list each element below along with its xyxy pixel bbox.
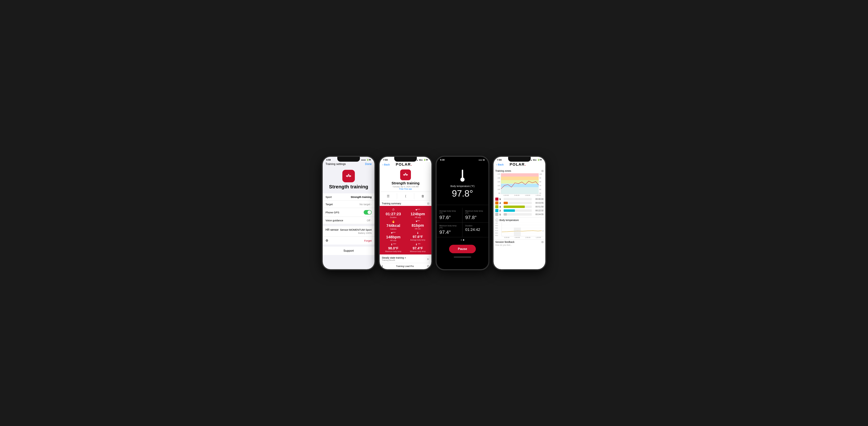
avg-body-temp-value: 97.6°F bbox=[413, 235, 423, 239]
expand-icon[interactable]: ⊡ bbox=[427, 202, 429, 205]
stats-grid: ⏱ 01:27:23 Duration ♥AVG 124bpm HR avg 🔥… bbox=[382, 208, 429, 252]
gear-icon: ⚙ bbox=[326, 239, 328, 242]
body-temp-section: ℹ Body temperature 100 99.0 98.0 97.0 96… bbox=[494, 217, 545, 239]
hr-min-value: 81bpm bbox=[412, 223, 424, 228]
avg-temp-item: Average body temp (°F) 97.6° bbox=[437, 208, 462, 223]
svg-rect-9 bbox=[407, 174, 408, 175]
avg-body-temp-label: Average body temp bbox=[410, 239, 425, 241]
notch bbox=[337, 157, 360, 162]
done-button[interactable]: Done bbox=[365, 163, 372, 166]
share-action-button[interactable]: ⟨ bbox=[397, 193, 414, 199]
sport-value: Strength training bbox=[351, 195, 372, 198]
y-90: 90 bbox=[539, 177, 541, 179]
expand-zones-icon[interactable]: ⊡ bbox=[541, 169, 544, 172]
dot-2 bbox=[463, 239, 464, 240]
max-body-temp-value: 98.0°F bbox=[388, 246, 398, 250]
phone-body-temp: 6:30 ●●● 82 Body temperature (°F) 97.8° bbox=[436, 156, 489, 270]
session-feedback-header: Session feedback ⊡ bbox=[495, 240, 544, 243]
back-button[interactable]: ‹ Back bbox=[496, 163, 504, 166]
workout-app: Polar Flow app bbox=[399, 188, 412, 190]
zones-list: 5 00:00:00 4 00:03:55 3 bbox=[494, 197, 545, 217]
min-temp-item: Minimum body temp (°F) 97.4° bbox=[437, 223, 462, 237]
list-action-button[interactable]: ☰ bbox=[380, 193, 397, 199]
zone2-bar-inner bbox=[504, 209, 515, 212]
expand-feedback-icon[interactable]: ⊡ bbox=[541, 240, 544, 243]
zone4-bar-outer bbox=[504, 202, 532, 204]
target-row[interactable]: Target No target › bbox=[323, 201, 374, 208]
svg-text:AVG: AVG bbox=[542, 230, 544, 232]
pause-button[interactable]: Pause bbox=[449, 245, 476, 253]
y-158: 158 bbox=[498, 177, 500, 179]
hr-sensor-label: HR sensor bbox=[326, 228, 339, 231]
session-feedback: Session feedback ⊡ How do you feel... bbox=[494, 239, 545, 247]
zone4-bar-inner bbox=[504, 202, 508, 204]
phone-polar-flow: 7:04 ▲ 5G● 🔋84 ‹ Back POLAR. bbox=[379, 156, 432, 270]
sport-row[interactable]: Sport Strength training bbox=[323, 193, 374, 201]
target-value: No target › bbox=[360, 203, 372, 206]
phone-training-settings: 4:59 ●●●● 🔋96 Training settings Done bbox=[322, 156, 375, 270]
battery-level: Battery 100% bbox=[358, 232, 372, 234]
y-140: 140 bbox=[498, 181, 500, 183]
x-10000: 1:00:00 bbox=[525, 194, 530, 196]
calories-value: 744kcal bbox=[386, 223, 400, 228]
benefit-title: Steady state training + bbox=[382, 256, 406, 259]
delete-action-button[interactable]: 🗑 bbox=[414, 193, 431, 199]
zone5-color bbox=[495, 198, 498, 201]
x-2000: 0:20:00 bbox=[504, 194, 509, 196]
sport-label: Sport bbox=[326, 195, 332, 198]
zone3-bar-outer bbox=[504, 205, 532, 208]
forget-button[interactable]: Forget bbox=[364, 239, 372, 242]
back-button[interactable]: ‹ Back bbox=[382, 163, 390, 166]
polar-logo: POLAR. bbox=[510, 162, 526, 167]
strength-training-icon bbox=[345, 172, 352, 179]
support-section[interactable]: Support bbox=[323, 247, 374, 255]
phone-gps-toggle[interactable] bbox=[364, 210, 372, 215]
benefit-arrow-icon: ▶ bbox=[427, 257, 429, 261]
tx-4000: 0:40:00 bbox=[515, 237, 520, 238]
status-time: 7:04 bbox=[497, 159, 501, 161]
home-indicator bbox=[454, 257, 471, 257]
avg-body-temp-stat: 🌡 97.6°F Average body temp bbox=[406, 231, 429, 241]
info-icon: ℹ bbox=[495, 219, 498, 222]
body-temp-header: ℹ Body temperature bbox=[495, 219, 544, 222]
phone-screen: 7:04 ▲ 5G● 🔋84 ‹ Back POLAR. bbox=[380, 157, 431, 269]
status-icons: ▲ 5G● 🔋84 bbox=[530, 159, 542, 161]
battery-icon: 🔋84 bbox=[537, 159, 542, 161]
dots-indicator bbox=[437, 239, 488, 240]
voice-row[interactable]: Voice guidance Off › bbox=[323, 217, 374, 224]
thermometer-large-icon bbox=[458, 169, 467, 183]
training-load-pro-title[interactable]: Training Load Pro bbox=[396, 265, 414, 267]
zone1-time: 00:04:55 bbox=[533, 213, 544, 216]
zone3-time: 00:51:50 bbox=[533, 205, 544, 208]
timer-icon: ⏱ bbox=[392, 208, 395, 211]
zone2-num: 2 bbox=[499, 209, 502, 212]
polar-logo: POLAR. bbox=[396, 162, 412, 167]
zone4-time: 00:03:55 bbox=[533, 202, 544, 204]
gps-label: Phone GPS bbox=[326, 211, 339, 214]
avg-temp-value: 97.6° bbox=[439, 215, 460, 220]
training-benefit-row[interactable]: Steady state training + Training Benefit… bbox=[380, 255, 431, 263]
duration-value: 01:24:42 bbox=[465, 227, 486, 232]
y-175: 175 bbox=[498, 173, 500, 175]
zone1-num: 1 bbox=[499, 213, 502, 216]
zone1-bar-inner bbox=[504, 213, 507, 216]
min-temp-value: 97.4° bbox=[439, 229, 460, 235]
zone3-bar-inner bbox=[504, 205, 525, 208]
workout-date: Tuesday, Apr 9, 2024, 5:05 AM bbox=[393, 186, 418, 188]
temp-chart-svg: AVG bbox=[502, 222, 544, 236]
expand-bottom-icon[interactable]: ⊡ bbox=[427, 264, 429, 268]
hr-sensor-row: HR sensor Sensor-MOMENTUM Sport Battery … bbox=[323, 226, 374, 237]
gps-row[interactable]: Phone GPS bbox=[323, 208, 374, 217]
min-temp-label: Minimum body temp (°F) bbox=[439, 225, 460, 229]
max-temp-label: Maximum body temp (°F) bbox=[465, 210, 486, 214]
zone3-color bbox=[495, 205, 498, 208]
svg-rect-3 bbox=[350, 175, 351, 177]
hr-sensor-value: Sensor-MOMENTUM Sport bbox=[340, 228, 372, 231]
phones-container: 4:59 ●●●● 🔋96 Training settings Done bbox=[322, 156, 546, 270]
flame-icon: 🔥 bbox=[392, 220, 395, 223]
zone2-time: 00:22:32 bbox=[533, 209, 544, 212]
y-105: 105 bbox=[498, 189, 500, 190]
zone4-num: 4 bbox=[499, 202, 502, 204]
zone5-time: 00:00:00 bbox=[533, 198, 544, 200]
temp-main-value: 97.8° bbox=[452, 188, 473, 199]
